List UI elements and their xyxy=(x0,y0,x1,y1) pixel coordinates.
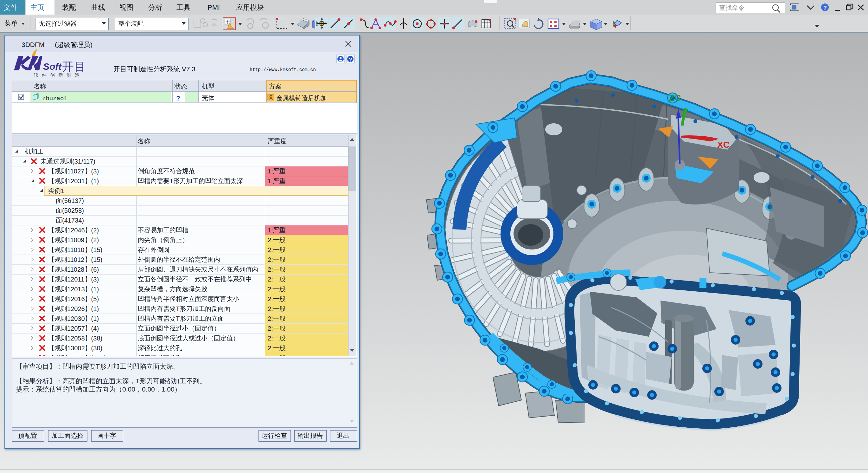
svg-text:2:: 2: xyxy=(268,354,273,361)
svg-text:1:: 1: xyxy=(268,168,273,175)
svg-text:(4): (4) xyxy=(91,325,99,332)
svg-text:3DDFM--- (: 3DDFM--- ( xyxy=(22,41,57,48)
svg-text:1:: 1: xyxy=(268,227,273,234)
svg-text:(3): (3) xyxy=(91,276,99,283)
svg-text:(6): (6) xyxy=(91,266,99,273)
svg-text:0.00: 0.00 xyxy=(122,385,135,393)
svg-text:(31/117): (31/117) xyxy=(72,158,95,165)
svg-text:12046: 12046 xyxy=(67,227,85,234)
svg-text:zhuzao1: zhuzao1 xyxy=(42,95,67,102)
svg-text:T: T xyxy=(135,377,140,385)
svg-text:12011: 12011 xyxy=(67,276,84,283)
svg-text:2:: 2: xyxy=(268,246,273,253)
svg-text:(50258): (50258) xyxy=(62,207,84,214)
svg-text:2:: 2: xyxy=(268,305,273,312)
svg-text:(56137): (56137) xyxy=(62,197,84,204)
svg-text:ZC: ZC xyxy=(669,93,681,103)
svg-text:2:: 2: xyxy=(268,325,273,332)
svg-text:T: T xyxy=(176,305,180,312)
svg-text:(261): (261) xyxy=(91,354,106,361)
svg-text:12016: 12016 xyxy=(67,295,85,302)
svg-text:?: ? xyxy=(176,94,180,102)
svg-text:2:: 2: xyxy=(268,295,273,302)
svg-text:(2): (2) xyxy=(91,227,99,234)
svg-text:12030: 12030 xyxy=(67,315,85,322)
svg-text:13002: 13002 xyxy=(67,345,85,352)
svg-text:(1): (1) xyxy=(91,178,99,184)
svg-text:11027: 11027 xyxy=(67,168,84,175)
svg-text:T: T xyxy=(96,363,100,370)
svg-text:(15): (15) xyxy=(91,246,103,253)
svg-text:12026: 12026 xyxy=(67,305,85,312)
svg-text:XC: XC xyxy=(717,140,730,150)
svg-text:T: T xyxy=(169,178,173,184)
svg-text:1.00: 1.00 xyxy=(161,385,175,393)
svg-text:(2): (2) xyxy=(91,237,99,243)
svg-text:2:: 2: xyxy=(268,315,273,322)
svg-text:11028: 11028 xyxy=(67,266,84,273)
svg-text:11009: 11009 xyxy=(67,237,84,243)
svg-text:11012: 11012 xyxy=(67,256,84,263)
svg-text:1:: 1: xyxy=(268,178,273,184)
svg-text:2:: 2: xyxy=(268,256,273,263)
svg-text:1: 1 xyxy=(61,187,64,194)
svg-text:PMI: PMI xyxy=(208,3,220,11)
svg-text:13004: 13004 xyxy=(67,354,85,361)
svg-text:2:: 2: xyxy=(268,335,273,342)
svg-text:(15): (15) xyxy=(91,256,103,263)
svg-text:(1): (1) xyxy=(91,305,99,312)
svg-text:12031: 12031 xyxy=(67,178,85,184)
svg-text:Soft: Soft xyxy=(43,61,62,72)
svg-text:http://www.kmsoft.com.cn: http://www.kmsoft.com.cn xyxy=(250,67,316,72)
svg-text:(30): (30) xyxy=(91,345,103,352)
svg-text:(38): (38) xyxy=(91,335,103,342)
svg-text:(3): (3) xyxy=(91,168,99,175)
svg-text:2:: 2: xyxy=(268,237,273,243)
svg-text:11010: 11010 xyxy=(67,246,84,253)
svg-text:2:: 2: xyxy=(268,276,273,283)
svg-text:T: T xyxy=(176,315,180,322)
svg-text:V7.3: V7.3 xyxy=(180,65,195,72)
svg-text:12013: 12013 xyxy=(67,286,85,293)
svg-text:2:: 2: xyxy=(268,345,273,352)
svg-text:(1): (1) xyxy=(91,315,99,322)
svg-text:2:: 2: xyxy=(268,286,273,293)
svg-text:?: ? xyxy=(349,57,352,63)
svg-text:0.00: 0.00 xyxy=(142,385,155,393)
svg-text:12057: 12057 xyxy=(67,325,85,332)
svg-text:(1): (1) xyxy=(91,286,99,293)
svg-text:12058: 12058 xyxy=(67,335,85,342)
svg-text:2:: 2: xyxy=(268,266,273,273)
svg-text:(41734): (41734) xyxy=(62,217,84,224)
svg-text:(5): (5) xyxy=(91,295,99,302)
svg-text:): ) xyxy=(90,41,93,48)
svg-text:?: ? xyxy=(823,5,827,11)
